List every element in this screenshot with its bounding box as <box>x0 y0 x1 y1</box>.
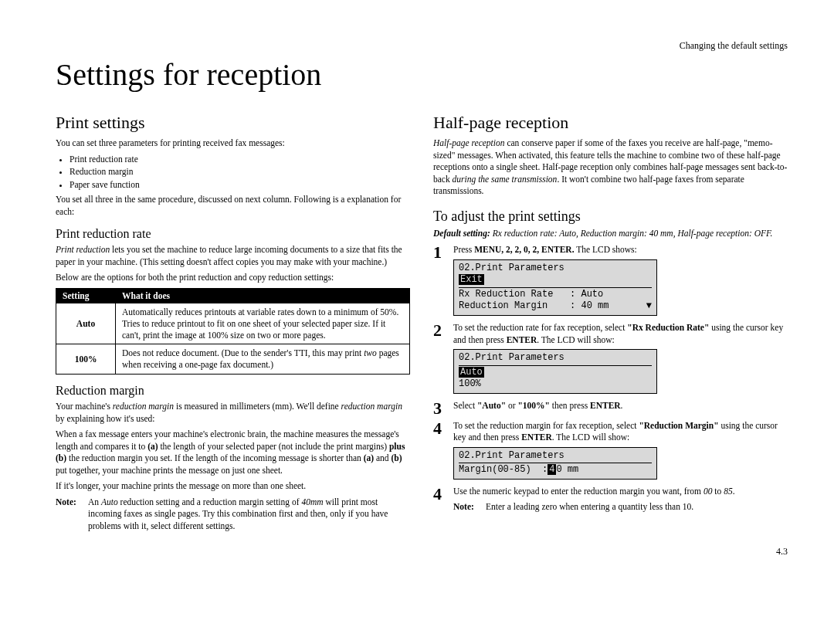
half-page-heading: Half-page reception <box>433 113 788 133</box>
list-item: Paper save function <box>70 179 410 192</box>
adjust-heading: To adjust the print settings <box>433 208 788 225</box>
down-arrow-icon: ▼ <box>646 300 652 313</box>
margin-note: Note: An Auto reduction setting and a re… <box>56 497 410 533</box>
default-setting: Default setting: Rx reduction rate: Auto… <box>433 228 788 240</box>
lcd-display-2: 02.Print ParametersAuto 100% <box>453 349 657 394</box>
step-number: 4 <box>433 486 447 513</box>
th-what: What it does <box>116 288 410 303</box>
right-column: Half-page reception Half-page reception … <box>433 113 788 532</box>
list-item: Reduction margin <box>70 166 410 178</box>
step-number: 2 <box>433 322 447 397</box>
list-item: Print reduction rate <box>70 154 410 166</box>
step-4b: 4 Use the numeric keypad to enter the re… <box>433 486 788 513</box>
page-title: Settings for reception <box>56 56 788 93</box>
print-settings-heading: Print settings <box>56 113 410 133</box>
table-row: 100% Does not reduce document. (Due to t… <box>56 344 410 375</box>
steps: 1 Press MENU, 2, 2, 0, 2, ENTER. The LCD… <box>433 244 788 513</box>
param-list: Print reduction rate Reduction margin Pa… <box>56 154 410 192</box>
row-desc: Automatically reduces printouts at varia… <box>116 303 410 344</box>
margin-desc-2: When a fax message enters your machine's… <box>56 429 410 476</box>
reduction-margin-heading: Reduction margin <box>56 384 410 398</box>
lcd-display-1: 02.Print Parameters ExitRx Reduction Rat… <box>453 259 657 316</box>
step-3: 3 Select "Auto" or "100%" then press ENT… <box>433 400 788 417</box>
intro-text: You can set three parameters for printin… <box>56 137 410 150</box>
margin-desc-3: If it's longer, your machine prints the … <box>56 480 410 493</box>
lcd-display-3: 02.Print ParametersMargin(00-85) :40 mm <box>453 447 657 480</box>
step-4: 4 To set the reduction margin for fax re… <box>433 420 788 483</box>
margin-desc-1: Your machine's reduction margin is measu… <box>56 401 410 425</box>
running-head: Changing the default settings <box>56 40 788 52</box>
step-number: 1 <box>433 244 447 319</box>
print-reduction-desc: Print reduction lets you set the machine… <box>56 244 410 268</box>
half-page-desc: Half-page reception can conserve paper i… <box>433 137 788 198</box>
step-2: 2 To set the reduction rate for fax rece… <box>433 322 788 397</box>
table-row: Auto Automatically reduces printouts at … <box>56 303 410 344</box>
page-number: 4.3 <box>56 546 788 558</box>
reduction-table: Setting What it does Auto Automatically … <box>56 288 410 375</box>
step-number: 3 <box>433 400 447 417</box>
step-number: 4 <box>433 420 447 483</box>
left-column: Print settings You can set three paramet… <box>56 113 410 532</box>
intro-after: You set all three in the same procedure,… <box>56 194 410 218</box>
options-intro: Below are the options for both the print… <box>56 272 410 284</box>
print-reduction-heading: Print reduction rate <box>56 227 410 241</box>
th-setting: Setting <box>56 288 116 303</box>
row-desc: Does not reduce document. (Due to the se… <box>116 344 410 375</box>
row-label: 100% <box>56 344 116 375</box>
step-1: 1 Press MENU, 2, 2, 0, 2, ENTER. The LCD… <box>433 244 788 319</box>
step-note: Note: Enter a leading zero when entering… <box>453 501 788 514</box>
row-label: Auto <box>56 303 116 344</box>
